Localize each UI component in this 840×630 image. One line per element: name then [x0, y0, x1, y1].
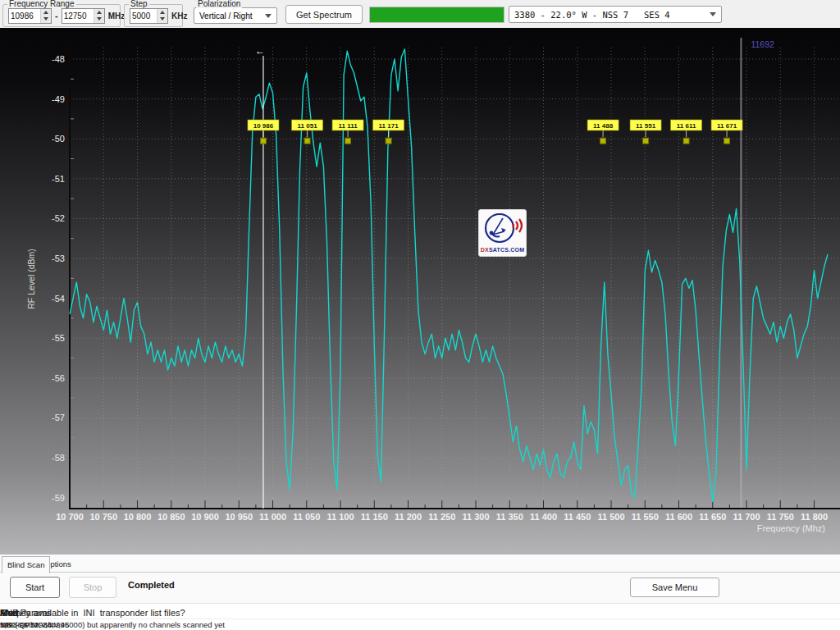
x-tick-label: 10 700 [56, 512, 84, 522]
x-tick-label: 11 550 [632, 512, 659, 522]
y-axis-title: RF Level (dBm) [26, 249, 36, 309]
get-spectrum-button[interactable]: Get Spectrum [285, 5, 363, 24]
spectrum-trace [70, 49, 828, 502]
bottom-panel: Blind Scan Options Start Stop Completed … [0, 555, 840, 630]
save-menu-button[interactable]: Save Menu [630, 578, 719, 597]
frequency-from-box [8, 8, 52, 24]
x-tick-label: 10 850 [158, 512, 185, 522]
step-input[interactable] [130, 9, 157, 23]
range-separator: - [55, 11, 58, 21]
x-tick-label: 11 200 [395, 512, 422, 522]
satellite-dish-icon [480, 210, 525, 246]
frequency-to-spinner[interactable] [94, 9, 104, 23]
marker-label: 11 611 [677, 122, 696, 130]
x-tick-label: 11 000 [259, 512, 286, 522]
x-tick-label: 11 150 [361, 512, 388, 522]
col-header-already-available[interactable]: Already available in INI transponder lis… [0, 608, 185, 618]
marker-label: 10 986 [253, 122, 274, 130]
marker-square[interactable] [600, 138, 606, 144]
x-tick-label: 11 700 [733, 512, 760, 522]
progress-fill [370, 7, 504, 22]
x-tick-label: 11 400 [530, 512, 557, 522]
spin-down-icon[interactable] [43, 17, 48, 21]
y-tick-label: -55 [52, 333, 65, 343]
progress-bar [369, 7, 504, 23]
marker-square[interactable] [683, 138, 689, 144]
polarization-group: Polarization Vertical / Right [191, 4, 278, 27]
reference-line-label: 11692 [751, 39, 774, 49]
table-header-separator [0, 619, 840, 619]
x-tick-label: 11 500 [597, 512, 624, 522]
step-box [130, 8, 168, 24]
y-tick-label: -52 [52, 213, 65, 223]
x-tick-label: 11 750 [767, 512, 794, 522]
x-tick-label: 11 450 [564, 512, 591, 522]
y-tick-label: -58 [52, 453, 65, 463]
marker-square[interactable] [304, 138, 310, 144]
spin-down-icon[interactable] [160, 17, 165, 21]
chevron-down-icon [710, 12, 716, 16]
frequency-range-label: Frequency Range [7, 0, 76, 8]
frequency-from-spinner[interactable] [40, 9, 51, 23]
marker-label: 11 111 [338, 122, 358, 130]
get-spectrum-label: Get Spectrum [296, 10, 352, 20]
mhz-unit-label: MHz [108, 11, 126, 21]
x-tick-label: 10 750 [89, 512, 117, 522]
y-tick-label: -48 [52, 54, 65, 64]
marker-square[interactable] [345, 138, 351, 144]
x-tick-label: 10 800 [124, 512, 152, 522]
frequency-from-input[interactable] [9, 9, 40, 23]
y-tick-label: -57 [52, 413, 65, 422]
marker-square[interactable] [260, 138, 266, 144]
marker-label: 11 488 [593, 122, 614, 130]
toolbar: Frequency Range - MHz Step [0, 0, 840, 28]
stop-label: Stop [84, 582, 103, 592]
y-tick-label: -50 [52, 134, 65, 144]
y-tick-label: -59 [52, 493, 65, 503]
tab-strip: Blind Scan Options [0, 555, 840, 573]
spin-up-icon[interactable] [97, 11, 102, 14]
polarization-value: Vertical / Right [199, 11, 252, 21]
satellite-value: 3380 - 22.0° W - NSS 7 SES 4 [514, 10, 670, 20]
spin-up-icon[interactable] [160, 11, 165, 14]
frequency-range-group: Frequency Range - MHz [2, 4, 121, 27]
logo-text-part: DX [481, 247, 489, 253]
x-tick-label: 11 650 [699, 512, 726, 522]
y-tick-label: -53 [52, 253, 65, 263]
cursor-arrow-icon[interactable]: ← [255, 45, 265, 57]
dxsatcs-logo: DXSATCS.COM [478, 209, 527, 257]
step-spinner[interactable] [157, 9, 167, 23]
x-tick-label: 11 300 [462, 512, 489, 522]
spin-up-icon[interactable] [43, 11, 48, 14]
cell-already-available[interactable]: Yes ( as 10986,V,45000) but apparently n… [0, 620, 225, 629]
start-label: Start [25, 582, 44, 592]
logo-text-part: SATCS.COM [489, 247, 524, 253]
spectrum-plot: 11692←10 98611 05111 11111 17111 48811 5… [0, 28, 840, 555]
satellite-select[interactable]: 3380 - 22.0° W - NSS 7 SES 4 [509, 6, 722, 23]
logo-text: DXSATCS.COM [481, 247, 524, 253]
step-group: Step KHz [124, 4, 183, 27]
marker-label: 11 551 [636, 122, 656, 130]
spin-down-icon[interactable] [97, 17, 102, 21]
save-menu-label: Save Menu [652, 582, 698, 592]
frequency-to-box [62, 8, 105, 24]
tab-blind-scan[interactable]: Blind Scan [2, 556, 50, 573]
marker-square[interactable] [724, 138, 730, 144]
x-tick-label: 11 600 [665, 512, 692, 522]
y-tick-label: -49 [52, 94, 65, 104]
stop-button[interactable]: Stop [69, 577, 116, 598]
y-tick-label: -51 [52, 174, 65, 184]
scan-results-table: Freq Mod Mod Params SNR Already availabl… [0, 603, 840, 630]
start-button[interactable]: Start [10, 577, 60, 598]
polarization-select[interactable]: Vertical / Right [194, 7, 277, 24]
y-tick-label: -56 [52, 373, 65, 383]
x-tick-label: 11 350 [496, 512, 523, 522]
x-tick-label: 10 950 [225, 512, 253, 522]
axis-lines [70, 48, 840, 509]
marker-square[interactable] [386, 138, 391, 144]
khz-unit-label: KHz [171, 11, 187, 21]
frequency-to-input[interactable] [62, 9, 94, 23]
x-axis-title: Frequency (Mhz) [757, 523, 825, 533]
marker-square[interactable] [643, 138, 649, 144]
tab-label: Blind Scan [7, 560, 44, 569]
